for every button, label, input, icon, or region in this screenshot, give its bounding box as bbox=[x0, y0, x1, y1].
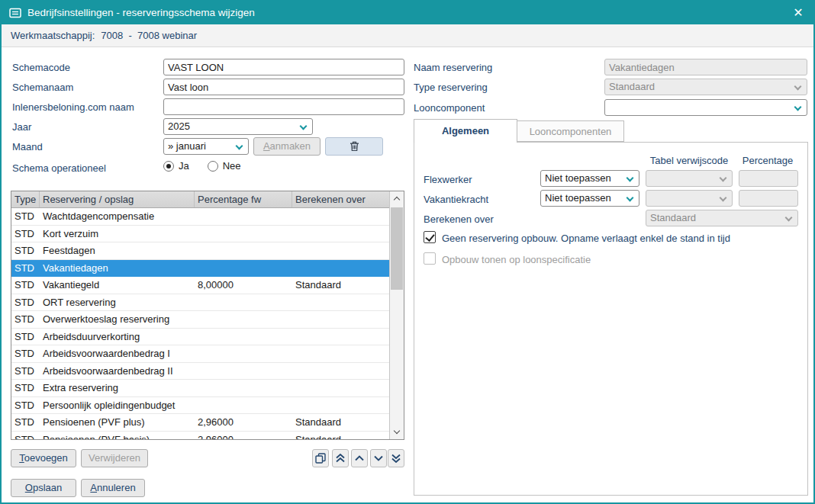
move-bottom-button[interactable] bbox=[388, 449, 404, 467]
tab-algemeen[interactable]: Algemeen bbox=[414, 119, 517, 143]
chevron-down-icon bbox=[627, 175, 634, 182]
table-cell bbox=[195, 311, 292, 328]
table-cell: Vakantiegeld bbox=[40, 277, 195, 294]
table-row[interactable]: STDVakantiedagen bbox=[11, 260, 389, 278]
schemanaam-input[interactable] bbox=[163, 79, 404, 95]
titlebar: Bedrijfsinstellingen - reserveringsschem… bbox=[2, 2, 813, 24]
table-scrollbar[interactable] bbox=[389, 191, 404, 439]
table-row[interactable]: STDOverwerktoeslag reservering bbox=[11, 311, 389, 329]
delete-month-button[interactable] bbox=[325, 137, 383, 156]
opbouw-tonen-checkbox bbox=[424, 252, 436, 265]
table-row[interactable]: STDPensioenen (PVF plus)2,96000Standaard bbox=[11, 414, 389, 432]
table-cell: STD bbox=[11, 311, 40, 328]
table-row[interactable]: STDFeestdagen bbox=[11, 242, 389, 260]
chevron-down-icon bbox=[720, 194, 727, 202]
maand-select[interactable]: » januari bbox=[163, 138, 249, 155]
scroll-down-button[interactable] bbox=[390, 425, 404, 439]
chevron-down-icon bbox=[785, 214, 793, 222]
table-cell: Pensioenen (PVF basis) bbox=[40, 432, 195, 440]
opslaan-button[interactable]: Opslaan bbox=[11, 479, 76, 497]
table-cell: Pensioenen (PVF plus) bbox=[40, 414, 195, 431]
chevron-up-icon bbox=[355, 455, 364, 461]
form-icon bbox=[9, 7, 21, 19]
maand-value: » januari bbox=[168, 140, 206, 152]
vakantiekracht-label: Vakantiekracht bbox=[424, 194, 488, 205]
geen-opbouw-checkbox[interactable] bbox=[424, 231, 436, 243]
table-cell: STD bbox=[11, 260, 40, 277]
table-row[interactable]: STDPersoonlijk opleidingenbudget bbox=[11, 397, 389, 415]
col-type[interactable]: Type bbox=[11, 191, 40, 207]
flexwerker-label: Flexwerker bbox=[424, 174, 472, 185]
close-icon[interactable]: ✕ bbox=[789, 4, 807, 22]
flexwerker-verwijscode-select bbox=[646, 170, 733, 187]
aanmaken-button: Aanmaken bbox=[253, 137, 321, 156]
schemacode-input[interactable] bbox=[163, 59, 404, 75]
move-top-button[interactable] bbox=[332, 449, 349, 467]
radio-ja-label: Ja bbox=[179, 160, 189, 172]
table-cell: STD bbox=[11, 414, 40, 431]
berekenen-over-value: Standaard bbox=[650, 212, 696, 223]
chevron-down-icon bbox=[794, 104, 802, 111]
radio-nee-label: Nee bbox=[223, 160, 241, 172]
tab-looncomponenten[interactable]: Looncomponenten bbox=[517, 120, 624, 142]
table-cell: Arbeidsvoorwaardenbedrag II bbox=[40, 363, 195, 380]
copy-row-button[interactable] bbox=[312, 449, 329, 467]
table-cell bbox=[292, 208, 389, 225]
toevoegen-button[interactable]: Toevoegen bbox=[11, 449, 76, 467]
inlenersbeloning-input[interactable] bbox=[163, 98, 404, 115]
annuleren-button[interactable]: Annuleren bbox=[81, 479, 145, 497]
berekenen-over-label: Berekenen over bbox=[424, 213, 494, 225]
jaar-select[interactable]: 2025 bbox=[163, 118, 313, 135]
move-up-button[interactable] bbox=[351, 449, 368, 467]
col-percentage-fw[interactable]: Percentage fw bbox=[195, 191, 292, 207]
col-reservering[interactable]: Reservering / opslag bbox=[40, 191, 195, 207]
table-cell bbox=[195, 345, 292, 362]
table-cell bbox=[292, 242, 389, 259]
table-row[interactable]: STDORT reservering bbox=[11, 294, 389, 312]
table-row[interactable]: STDKort verzuim bbox=[11, 226, 389, 243]
table-row[interactable]: STDExtra reservering bbox=[11, 380, 389, 397]
scroll-thumb[interactable] bbox=[391, 207, 403, 290]
table-cell: 8,00000 bbox=[195, 277, 292, 294]
radio-ja[interactable] bbox=[163, 161, 174, 172]
table-cell: 2,96000 bbox=[195, 432, 292, 440]
werkmaatschappij-value: 7008 - 7008 webinar bbox=[101, 30, 197, 41]
schemacode-label: Schemacode bbox=[12, 62, 70, 73]
table-row[interactable]: STDArbeidsduurverkorting bbox=[11, 329, 389, 346]
schema-operationeel-label: Schema operationeel bbox=[12, 162, 106, 174]
table-row[interactable]: STDArbeidsvoorwaardenbedrag II bbox=[11, 363, 389, 380]
berekenen-over-select: Standaard bbox=[646, 210, 798, 226]
radio-nee[interactable] bbox=[208, 161, 218, 172]
flexwerker-percentage-input bbox=[739, 170, 798, 187]
chevron-down-icon bbox=[300, 123, 308, 130]
move-down-button[interactable] bbox=[370, 449, 387, 467]
geen-opbouw-label: Geen reservering opbouw. Opname verlaagt… bbox=[442, 233, 730, 244]
flexwerker-toepassen-select[interactable]: Niet toepassen bbox=[540, 170, 639, 187]
table-cell: ORT reservering bbox=[40, 294, 195, 311]
copy-icon bbox=[315, 453, 326, 464]
table-cell: STD bbox=[11, 329, 40, 345]
percentage-header: Percentage bbox=[735, 155, 801, 166]
table-cell: Vakantiedagen bbox=[40, 260, 195, 277]
table-cell: STD bbox=[11, 294, 40, 311]
chevron-down-icon bbox=[374, 455, 383, 461]
table-cell: STD bbox=[11, 242, 40, 259]
scroll-up-button[interactable] bbox=[390, 191, 404, 206]
vakantiekracht-toepassen-value: Niet toepassen bbox=[545, 192, 611, 204]
table-row[interactable]: STDPensioenen (PVF basis)2,96000Standaar… bbox=[11, 432, 389, 440]
table-cell: Standaard bbox=[292, 277, 389, 294]
table-cell bbox=[292, 380, 389, 396]
table-cell: Feestdagen bbox=[40, 242, 195, 259]
table-row[interactable]: STDWachtdagencompensatie bbox=[11, 208, 389, 226]
dialog-bedrijfsinstellingen: Bedrijfsinstellingen - reserveringsschem… bbox=[0, 0, 815, 504]
table-row[interactable]: STDArbeidsvoorwaardenbedrag I bbox=[11, 345, 389, 363]
table-cell: Arbeidsduurverkorting bbox=[40, 329, 195, 345]
table-cell: STD bbox=[11, 380, 40, 396]
vakantiekracht-toepassen-select[interactable]: Niet toepassen bbox=[540, 190, 639, 207]
table-cell: 2,96000 bbox=[195, 414, 292, 431]
table-row[interactable]: STDVakantiegeld8,00000Standaard bbox=[11, 277, 389, 294]
col-berekenen-over[interactable]: Berekenen over bbox=[292, 191, 404, 207]
inlenersbeloning-label: Inlenersbeloning.com naam bbox=[12, 101, 134, 113]
looncomponent-select[interactable] bbox=[604, 99, 807, 116]
table-cell bbox=[195, 226, 292, 242]
